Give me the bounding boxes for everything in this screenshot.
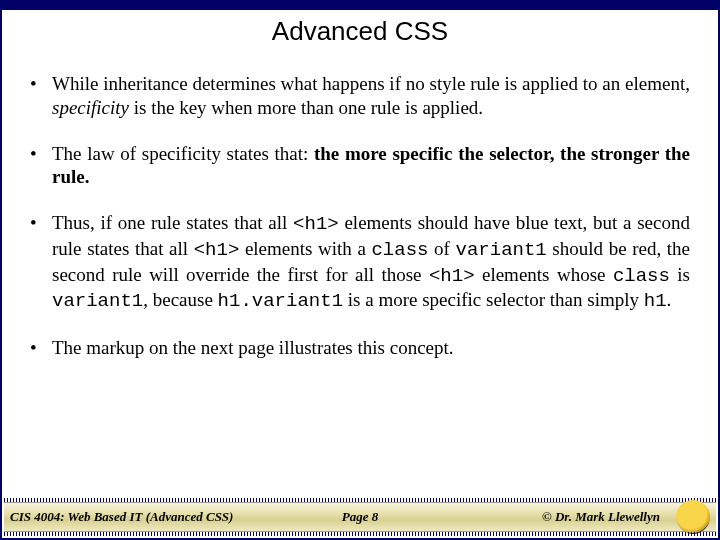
bullet-4: • The markup on the next page illustrate…	[30, 336, 690, 360]
bullet-3-text: Thus, if one rule states that all <h1> e…	[52, 211, 690, 314]
b3-t8: , because	[143, 289, 217, 310]
b3-c6: class	[613, 265, 670, 287]
b3-c8: h1.variant1	[218, 290, 343, 312]
slide: Advanced CSS • While inheritance determi…	[0, 0, 720, 540]
bullet-dot: •	[30, 336, 52, 360]
b3-t10: .	[667, 289, 672, 310]
b3-t4: of	[428, 238, 455, 259]
slide-footer: CIS 4004: Web Based IT (Advanced CSS) Pa…	[4, 498, 716, 536]
b3-c5: <h1>	[429, 265, 475, 287]
bullet-dot: •	[30, 142, 52, 190]
bullet-1-post: is the key when more than one rule is ap…	[129, 97, 483, 118]
b3-t1: Thus, if one rule states that all	[52, 212, 293, 233]
slide-title: Advanced CSS	[2, 16, 718, 47]
b3-c1: <h1>	[293, 213, 339, 235]
footer-bar: CIS 4004: Web Based IT (Advanced CSS) Pa…	[4, 502, 716, 532]
b3-t6: elements whose	[475, 264, 613, 285]
b3-c3: class	[371, 239, 428, 261]
footer-border-bottom	[4, 532, 716, 536]
bullet-1-pre: While inheritance determines what happen…	[52, 73, 690, 94]
bullet-dot: •	[30, 211, 52, 314]
ucf-logo-icon	[676, 500, 710, 534]
bullet-1-text: While inheritance determines what happen…	[52, 72, 690, 120]
bullet-2-pre: The law of specificity states that:	[52, 143, 314, 164]
b3-c9: h1	[644, 290, 667, 312]
footer-text: CIS 4004: Web Based IT (Advanced CSS) Pa…	[4, 503, 716, 531]
b3-c7: variant1	[52, 290, 143, 312]
top-border	[2, 2, 718, 10]
b3-t7: is	[670, 264, 690, 285]
bullet-2: • The law of specificity states that: th…	[30, 142, 690, 190]
bullet-3: • Thus, if one rule states that all <h1>…	[30, 211, 690, 314]
bullet-4-text: The markup on the next page illustrates …	[52, 336, 690, 360]
b3-c2: <h1>	[194, 239, 240, 261]
bullet-1: • While inheritance determines what happ…	[30, 72, 690, 120]
b3-c4: variant1	[456, 239, 547, 261]
bullet-dot: •	[30, 72, 52, 120]
b3-t3: elements with a	[239, 238, 371, 259]
b3-t9: is a more specific selector than simply	[343, 289, 644, 310]
slide-content: • While inheritance determines what happ…	[30, 72, 690, 478]
bullet-1-ital: specificity	[52, 97, 129, 118]
bullet-2-text: The law of specificity states that: the …	[52, 142, 690, 190]
footer-right: © Dr. Mark Llewellyn	[542, 509, 660, 525]
